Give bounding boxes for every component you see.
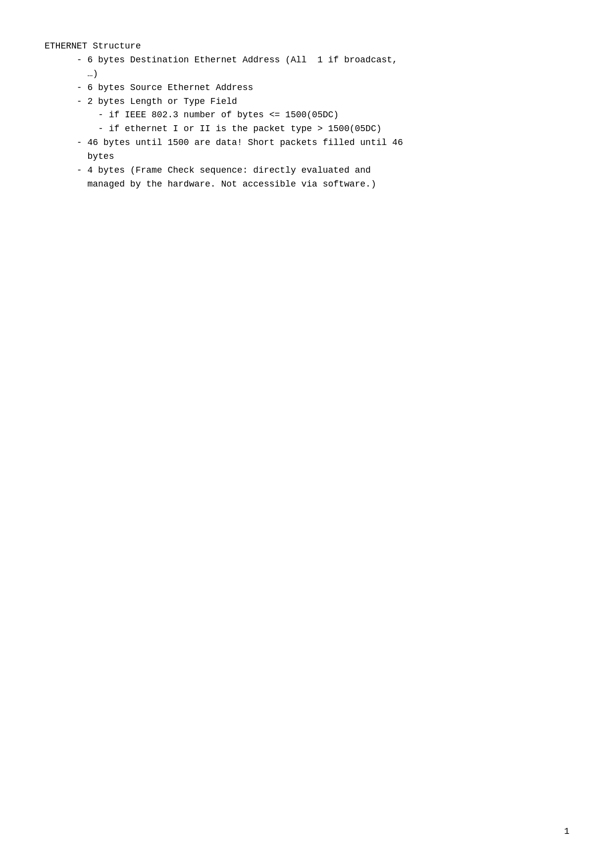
- main-text: ETHERNET Structure - 6 bytes Destination…: [45, 40, 569, 192]
- page-content: ETHERNET Structure - 6 bytes Destination…: [0, 0, 614, 231]
- page-number: 1: [564, 825, 569, 838]
